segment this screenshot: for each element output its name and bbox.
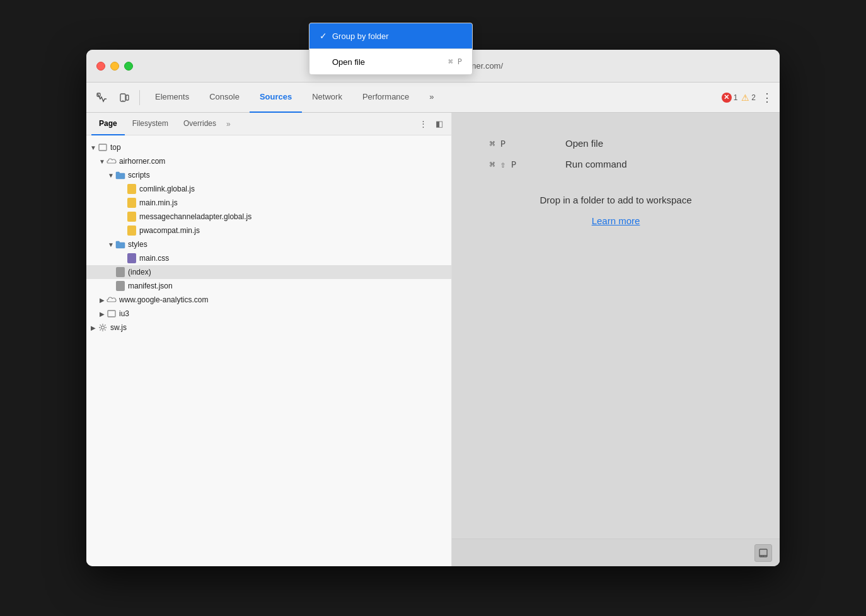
js-icon-pwacompat xyxy=(127,225,137,236)
sidebar-toggle-panel[interactable]: ◧ xyxy=(432,117,446,131)
tree-label-manifest: manifest.json xyxy=(128,282,173,290)
main-content: Page Filesystem Overrides » ⋮ ◧ ▼ xyxy=(86,113,780,566)
tree-item-airhorner[interactable]: ▼ airhorner.com xyxy=(86,154,451,168)
svg-rect-5 xyxy=(108,311,115,317)
tree-label-top: top xyxy=(110,143,121,152)
tree-label-index: (index) xyxy=(128,268,151,277)
tab-console[interactable]: Console xyxy=(199,83,250,113)
warning-count: 2 xyxy=(751,93,756,102)
frame-icon-iu3 xyxy=(107,309,117,319)
tree-item-styles[interactable]: ▼ styles xyxy=(86,237,451,251)
js-icon-comlink xyxy=(127,184,137,194)
warning-badge[interactable]: ⚠ 2 xyxy=(741,93,756,103)
tree-item-scripts[interactable]: ▼ scripts xyxy=(86,168,451,182)
tree-label-google-analytics: www.google-analytics.com xyxy=(119,295,208,304)
toolbar-separator xyxy=(139,90,140,105)
svg-point-3 xyxy=(122,100,123,100)
tree-label-main-min: main.min.js xyxy=(139,198,178,207)
device-toolbar-button[interactable] xyxy=(114,88,134,108)
tree-item-msgchannel[interactable]: ▶ messagechanneladapter.global.js xyxy=(86,210,451,224)
error-badge[interactable]: ✕ 1 xyxy=(722,93,738,103)
sidebar-tabs: Page Filesystem Overrides » ⋮ ◧ xyxy=(86,113,451,135)
error-icon: ✕ xyxy=(722,93,732,103)
tree-item-sw[interactable]: ▶ sw.js xyxy=(86,321,451,334)
devtools-window: DevTools - airhorner.com/ Elements Conso… xyxy=(86,50,780,566)
tree-item-top[interactable]: ▼ top xyxy=(86,140,451,154)
tree-item-main-min[interactable]: ▶ main.min.js xyxy=(86,196,451,210)
folder-icon-styles xyxy=(115,239,125,249)
maximize-button[interactable] xyxy=(124,62,133,71)
sidebar-more-options[interactable]: ⋮ xyxy=(416,117,430,131)
drop-workspace-text: Drop in a folder to add to workspace xyxy=(490,195,742,205)
cloud-icon-airhorner xyxy=(107,156,117,166)
tree-item-index[interactable]: ▶ (index) xyxy=(86,265,451,279)
svg-rect-4 xyxy=(99,144,107,151)
tree-arrow-top: ▼ xyxy=(89,144,98,151)
tree-label-main-css: main.css xyxy=(139,254,169,263)
close-button[interactable] xyxy=(96,62,105,71)
shortcut-row-open-file: ⌘ P Open file xyxy=(490,138,742,149)
shortcut-label-run-command: Run command xyxy=(565,159,627,169)
right-panel-bottom xyxy=(452,539,780,566)
tab-network[interactable]: Network xyxy=(302,83,352,113)
tree-arrow-scripts: ▼ xyxy=(107,172,115,179)
tab-sources[interactable]: Sources xyxy=(250,83,302,113)
js-icon-msgchannel xyxy=(127,212,137,222)
traffic-lights xyxy=(96,62,133,71)
right-panel: ⌘ P Open file ⌘ ⇧ P Run command Drop in … xyxy=(452,113,780,566)
tree-item-comlink[interactable]: ▶ comlink.global.js xyxy=(86,182,451,196)
sidebar-tab-actions: ⋮ ◧ xyxy=(416,117,446,131)
html-icon-index xyxy=(115,267,125,277)
svg-point-6 xyxy=(101,326,105,329)
tree-label-iu3: iu3 xyxy=(119,309,129,318)
sidebar-tab-page[interactable]: Page xyxy=(91,113,125,135)
tree-label-styles: styles xyxy=(128,240,147,249)
tree-arrow-styles: ▼ xyxy=(107,241,115,248)
svg-rect-2 xyxy=(126,95,129,100)
tab-navigation: Elements Console Sources Network Perform… xyxy=(145,83,444,113)
tree-label-scripts: scripts xyxy=(128,171,150,180)
cloud-icon-google xyxy=(107,295,117,305)
minimize-button[interactable] xyxy=(110,62,119,71)
folder-icon-scripts xyxy=(115,170,125,180)
tree-item-iu3[interactable]: ▶ iu3 xyxy=(86,307,451,321)
sidebar-tab-overrides[interactable]: Overrides xyxy=(176,113,224,135)
tree-item-main-css[interactable]: ▶ main.css xyxy=(86,251,451,265)
tree-label-pwacompat: pwacompat.min.js xyxy=(139,226,200,235)
shortcut-keys-open-file: ⌘ P xyxy=(490,139,565,149)
warning-icon: ⚠ xyxy=(741,93,749,103)
tree-item-manifest[interactable]: ▶ manifest.json xyxy=(86,279,451,293)
tree-arrow-airhorner: ▼ xyxy=(98,158,107,165)
toolbar-right: ✕ 1 ⚠ 2 ⋮ xyxy=(722,90,775,105)
tree-label-airhorner: airhorner.com xyxy=(119,157,165,166)
inspector-button[interactable] xyxy=(91,88,112,108)
tree-item-google-analytics[interactable]: ▶ www.google-analytics.com xyxy=(86,293,451,307)
tree-arrow-sw: ▶ xyxy=(89,324,98,331)
sidebar: Page Filesystem Overrides » ⋮ ◧ ▼ xyxy=(86,113,452,566)
tree-item-pwacompat[interactable]: ▶ pwacompat.min.js xyxy=(86,224,451,237)
js-icon-main-min xyxy=(127,198,137,208)
tree-arrow-google-analytics: ▶ xyxy=(98,297,107,304)
panel-toggle-button[interactable] xyxy=(754,544,772,562)
shortcut-row-run-command: ⌘ ⇧ P Run command xyxy=(490,159,742,169)
tab-performance[interactable]: Performance xyxy=(352,83,419,113)
shortcut-keys-run-command: ⌘ ⇧ P xyxy=(490,159,565,169)
tab-more[interactable]: » xyxy=(419,83,444,113)
gear-icon-sw xyxy=(98,322,108,333)
tree-label-msgchannel: messagechanneladapter.global.js xyxy=(139,212,251,221)
learn-more-link[interactable]: Learn more xyxy=(490,215,742,226)
tab-elements[interactable]: Elements xyxy=(145,83,199,113)
css-icon-main-css xyxy=(127,253,137,263)
tree-arrow-iu3: ▶ xyxy=(98,311,107,317)
sidebar-tab-more[interactable]: » xyxy=(226,120,231,128)
main-toolbar: Elements Console Sources Network Perform… xyxy=(86,83,780,113)
sidebar-tab-filesystem[interactable]: Filesystem xyxy=(125,113,176,135)
right-panel-content: ⌘ P Open file ⌘ ⇧ P Run command Drop in … xyxy=(452,113,780,539)
frame-icon-top xyxy=(98,142,108,152)
error-count: 1 xyxy=(734,93,738,102)
tree-label-comlink: comlink.global.js xyxy=(139,185,195,193)
file-tree: ▼ top ▼ xyxy=(86,135,451,566)
json-icon-manifest xyxy=(115,281,125,291)
more-tools-button[interactable]: ⋮ xyxy=(759,90,775,105)
shortcut-label-open-file: Open file xyxy=(565,138,603,149)
